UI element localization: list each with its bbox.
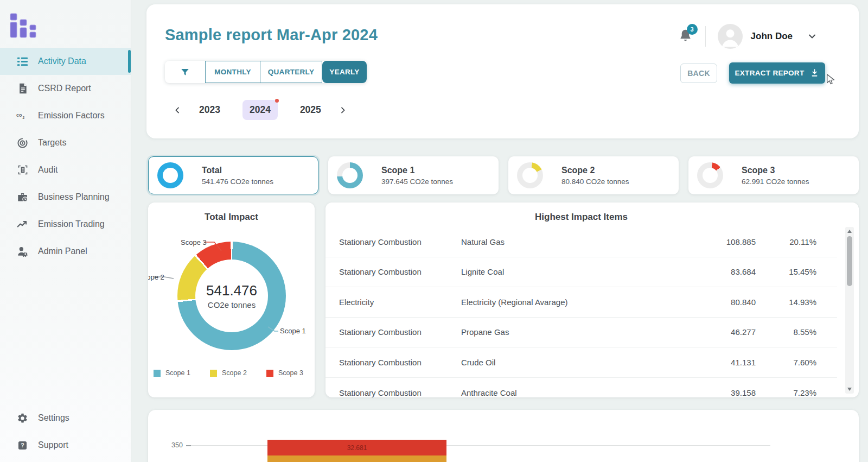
table-scrollbar[interactable] (845, 227, 854, 394)
sidebar-item-audit[interactable]: Audit (0, 156, 131, 183)
chevron-down-icon[interactable] (807, 31, 818, 42)
sidebar-item-activity-data[interactable]: Activity Data (0, 48, 131, 75)
header-divider (705, 26, 706, 47)
year-label: 2024 (250, 104, 271, 115)
row-percent: 8.55% (756, 327, 816, 337)
tab-yearly[interactable]: YEARLY (322, 61, 367, 83)
bar-chart-logo-icon (10, 13, 39, 38)
total-donut-icon (157, 162, 183, 188)
sidebar-item-label: Emission Factors (38, 111, 105, 121)
target-icon (16, 137, 29, 149)
scroll-down-arrow[interactable] (845, 385, 854, 393)
notification-badge: 3 (687, 24, 698, 35)
row-value: 80.840 (693, 298, 756, 307)
co2-icon: co2 (16, 111, 29, 120)
year-label: 2025 (300, 104, 321, 115)
summary-card-text: Scope 280.840 CO2e tonnes (561, 166, 629, 186)
scope-2-donut-icon (517, 162, 543, 188)
sidebar-item-emission-trading[interactable]: Emission Trading (0, 211, 131, 238)
legend-item-scope-3: Scope 3 (266, 369, 315, 377)
period-filter-group: MONTHLYQUARTERLYYEARLY (165, 61, 367, 83)
summary-card-scope-1[interactable]: Scope 1397.645 CO2e tonnes (328, 156, 499, 194)
summary-card-scope-3[interactable]: Scope 362.991 CO2e tonnes (688, 156, 859, 194)
scroll-up-arrow[interactable] (845, 227, 854, 235)
table-row: ElectricityElectricity (Regional Avarage… (326, 287, 837, 318)
row-item-name: Propane Gas (461, 327, 693, 337)
sidebar-menu: Activity DataCSRD Reportco2Emission Fact… (0, 48, 131, 265)
donut-center-value: 541.476 (206, 282, 257, 299)
year-label: 2023 (199, 104, 220, 115)
total-impact-donut-chart: 541.476 CO2e tonnes (177, 242, 286, 350)
sidebar-item-label: Activity Data (38, 56, 86, 66)
tab-monthly[interactable]: MONTHLY (205, 61, 260, 83)
row-percent: 15.45% (756, 267, 816, 276)
row-value: 39.158 (693, 388, 756, 397)
briefcase-icon (16, 192, 29, 202)
trend-icon (16, 219, 29, 229)
extract-report-label: EXTRACT REPORT (735, 69, 805, 77)
sidebar-item-label: Business Planning (38, 192, 110, 202)
year-button-2023[interactable]: 2023 (192, 100, 227, 120)
document-icon (16, 83, 29, 94)
admin-user-icon (16, 246, 29, 257)
donut-hole (163, 168, 178, 183)
sidebar-item-settings[interactable]: Settings (0, 404, 131, 432)
donut-label-scope3: Scope 3 (181, 238, 207, 246)
svg-text:?: ? (21, 442, 24, 448)
filter-funnel-button[interactable] (165, 61, 205, 83)
donut-label-scope1: Scope 1 (280, 327, 306, 335)
back-button[interactable]: BACK (680, 64, 717, 83)
sidebar-item-csrd-report[interactable]: CSRD Report (0, 75, 131, 102)
chevron-right-icon (339, 106, 347, 115)
legend-label: Scope 1 (165, 369, 190, 377)
total-impact-title: Total Impact (148, 212, 315, 223)
tab-quarterly[interactable]: QUARTERLY (260, 61, 322, 83)
avatar[interactable] (718, 24, 743, 49)
summary-card-scope-2[interactable]: Scope 280.840 CO2e tonnes (508, 156, 679, 194)
axis-tick-mark (186, 445, 191, 446)
summary-card-label: Total (202, 166, 273, 175)
sidebar-item-label: Targets (38, 138, 66, 148)
row-percent: 20.11% (756, 237, 816, 246)
row-category: Electricity (326, 298, 461, 307)
summary-card-label: Scope 1 (381, 166, 453, 175)
year-navigator: 202320242025 (170, 100, 350, 120)
summary-card-label: Scope 2 (561, 166, 629, 175)
sidebar-item-label: Support (38, 440, 68, 450)
donut-center-unit: CO2e tonnes (208, 300, 256, 309)
highest-impact-title: Highest Impact Items (326, 212, 859, 223)
row-item-name: Electricity (Regional Avarage) (461, 298, 693, 307)
highest-impact-card: Highest Impact Items Stationary Combusti… (326, 202, 859, 397)
summary-card-text: Total541.476 CO2e tonnes (202, 166, 273, 186)
row-value: 41.131 (693, 358, 756, 367)
sidebar-item-support[interactable]: ?Support (0, 432, 131, 459)
notifications-button[interactable]: 3 (678, 28, 694, 45)
scrollbar-thumb[interactable] (847, 236, 852, 286)
scope-3-swatch (266, 370, 273, 377)
next-year-button[interactable] (336, 103, 350, 117)
bar-segment-orange (267, 455, 446, 462)
sidebar: Activity DataCSRD Reportco2Emission Fact… (0, 0, 131, 462)
year-button-2024[interactable]: 2024 (242, 100, 278, 120)
summary-card-total[interactable]: Total541.476 CO2e tonnes (148, 156, 318, 194)
person-icon (718, 24, 743, 49)
sidebar-item-admin-panel[interactable]: Admin Panel (0, 238, 131, 265)
sidebar-footer: Settings?Support (0, 404, 131, 459)
bar-segment-red: 32.681 (267, 440, 446, 455)
prev-year-button[interactable] (170, 103, 184, 117)
sidebar-item-emission-factors[interactable]: co2Emission Factors (0, 102, 131, 129)
extract-report-button[interactable]: EXTRACT REPORT (729, 62, 825, 84)
gear-icon (16, 413, 29, 424)
user-name[interactable]: John Doe (751, 31, 793, 42)
row-item-name: Lignite Coal (461, 267, 693, 276)
table-row: Stationary CombustionLignite Coal83.6841… (326, 257, 837, 288)
year-button-2025[interactable]: 2025 (293, 100, 328, 120)
row-category: Stationary Combustion (326, 327, 461, 337)
summary-cards-row: Total541.476 CO2e tonnesScope 1397.645 C… (148, 156, 859, 194)
app-logo (10, 13, 39, 40)
scope-1-swatch (154, 370, 161, 377)
sidebar-item-targets[interactable]: Targets (0, 129, 131, 156)
sidebar-item-business-planning[interactable]: Business Planning (0, 183, 131, 211)
sidebar-item-label: Emission Trading (38, 219, 105, 229)
chevron-left-icon (173, 106, 182, 115)
